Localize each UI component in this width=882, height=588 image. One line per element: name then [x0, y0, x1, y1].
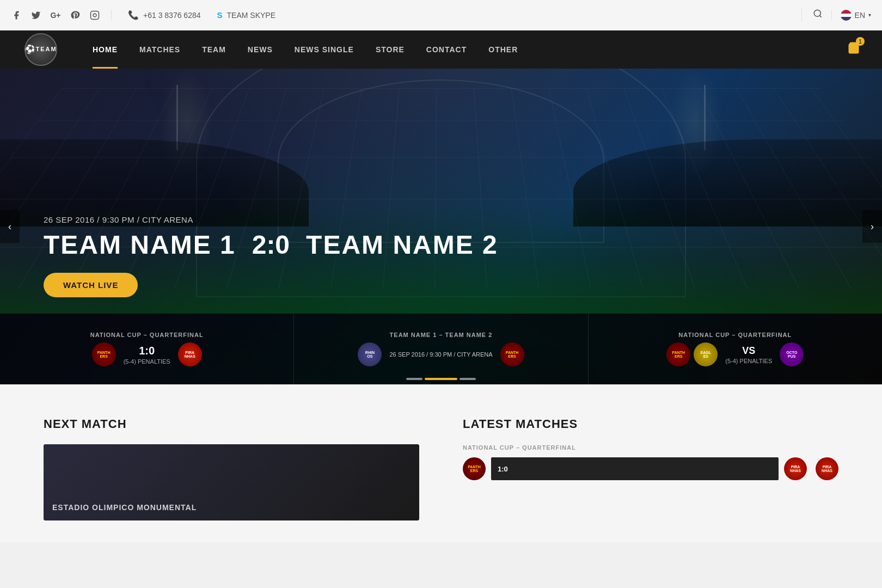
cart-button[interactable]: 1	[847, 41, 860, 58]
phone-number: +61 3 8376 6284	[143, 11, 201, 20]
hero-score-number: 2:0	[252, 230, 290, 260]
nav-other[interactable]: OTHER	[477, 30, 529, 69]
ticker-label-2: TEAM NAME 1 – TEAM NAME 2	[390, 332, 493, 338]
latest-cup-label: NATIONAL CUP – QUARTERFINAL	[463, 444, 838, 451]
top-bar: G+ 📞 +61 3 8376 6284 S TEAM SKYPE EN ▾	[0, 0, 882, 30]
chevron-down-icon: ▾	[868, 12, 871, 18]
logo-image: ⚽ TEAM	[24, 33, 57, 66]
ticker-team1-logo-2: RHINOS	[358, 342, 382, 366]
latest-team3-logo: PIRANHAS	[816, 457, 838, 480]
slider-next-button[interactable]: ›	[862, 210, 882, 243]
nav-matches[interactable]: MATCHES	[128, 30, 191, 69]
nav-home[interactable]: HOME	[82, 30, 128, 69]
ticker-sub-1: (5-4) PENALTIES	[124, 358, 170, 365]
bottom-sections: NEXT MATCH ESTADIO OLIMPICO MONUMENTAL L…	[0, 384, 882, 542]
ticker-vs-3: VS	[725, 345, 772, 357]
flag-icon	[841, 10, 852, 21]
slider-prev-button[interactable]: ‹	[0, 210, 20, 243]
ticker-score-1: 1:0	[124, 345, 170, 357]
hero-score-row: TEAM NAME 1 2:0 TEAM NAME 2	[44, 230, 498, 260]
svg-line-3	[819, 15, 821, 17]
search-button[interactable]	[813, 9, 823, 21]
google-icon[interactable]: G+	[50, 10, 61, 21]
ticker-team3-logo-3: OCTOPUS	[780, 342, 804, 366]
ticker-item-2[interactable]: TEAM NAME 1 – TEAM NAME 2 RHINOS 26 SEP …	[294, 314, 588, 384]
top-bar-right: EN ▾	[801, 9, 871, 21]
ticker-team2-logo-3: EAGLES	[694, 342, 718, 366]
nav-news[interactable]: NEWS	[237, 30, 284, 69]
dot-1	[406, 378, 422, 380]
watch-live-button[interactable]: WATCH LIVE	[44, 273, 138, 297]
skype-name: TEAM SKYPE	[227, 11, 275, 20]
dot-2-active	[425, 378, 457, 380]
contact-info: 📞 +61 3 8376 6284 S TEAM SKYPE	[112, 10, 801, 20]
ticker-sub-3: (5-4) PENALTIES	[725, 358, 772, 364]
ticker-teams-3: PANTHERS EAGLES VS (5-4) PENALTIES OCTOP…	[666, 342, 804, 366]
dot-3	[460, 378, 476, 380]
hero-content: 26 SEP 2016 / 9:30 PM / CITY ARENA TEAM …	[44, 215, 498, 297]
latest-team2-logo: PIRANHAS	[784, 457, 807, 480]
ticker-team1-logo-3: PANTHERS	[666, 342, 690, 366]
latest-matches-section: LATEST MATCHES NATIONAL CUP – QUARTERFIN…	[463, 417, 838, 520]
ticker-label-3: NATIONAL CUP – QUARTERFINAL	[678, 332, 792, 338]
nav-store[interactable]: STORE	[365, 30, 415, 69]
ticker-teams-2: RHINOS 26 SEP 2016 / 9:30 PM / CITY AREN…	[358, 342, 524, 366]
svg-point-2	[814, 10, 820, 16]
nav-links: HOME MATCHES TEAM NEWS NEWS SINGLE STORE…	[82, 30, 842, 69]
latest-team1-logo: PANTHERS	[463, 457, 486, 480]
hero-team2: TEAM NAME 2	[306, 230, 498, 260]
ticker-item-3[interactable]: NATIONAL CUP – QUARTERFINAL PANTHERS EAG…	[589, 314, 882, 384]
next-match-title: NEXT MATCH	[44, 417, 419, 431]
hero-team1: TEAM NAME 1	[44, 230, 236, 260]
ticker-label-1: NATIONAL CUP – QUARTERFINAL	[90, 332, 204, 338]
twitter-icon[interactable]	[30, 10, 41, 21]
ticker-team2-logo-2: PANTHERS	[500, 342, 524, 366]
latest-match-row-1: PANTHERS 1:0 PIRANHAS PIRANHAS	[463, 457, 838, 480]
next-match-venue: ESTADIO OLIMPICO MONUMENTAL	[44, 494, 205, 520]
site-logo[interactable]: ⚽ TEAM	[22, 30, 60, 69]
pinterest-icon[interactable]	[70, 10, 81, 21]
next-match-card[interactable]: ESTADIO OLIMPICO MONUMENTAL	[44, 444, 419, 520]
language-selector[interactable]: EN ▾	[831, 10, 871, 21]
phone-info: 📞 +61 3 8376 6284	[128, 10, 201, 20]
ticker-team2-logo-1: PIRANHAS	[178, 342, 202, 366]
nav-contact[interactable]: CONTACT	[415, 30, 477, 69]
social-links: G+	[11, 10, 112, 21]
main-navigation: ⚽ TEAM HOME MATCHES TEAM NEWS NEWS SINGL…	[0, 30, 882, 69]
ticker-info-2: 26 SEP 2016 / 9:30 PM / CITY ARENA	[389, 350, 492, 359]
next-match-section: NEXT MATCH ESTADIO OLIMPICO MONUMENTAL	[44, 417, 419, 520]
hero-date: 26 SEP 2016 / 9:30 PM / CITY ARENA	[44, 215, 498, 224]
ticker-item-1[interactable]: NATIONAL CUP – QUARTERFINAL PANTHERS 1:0…	[0, 314, 294, 384]
nav-team[interactable]: TEAM	[191, 30, 237, 69]
nav-news-single[interactable]: NEWS SINGLE	[284, 30, 365, 69]
ticker-teams-1: PANTHERS 1:0 (5-4) PENALTIES PIRANHAS	[92, 342, 202, 366]
language-label: EN	[855, 11, 865, 20]
facebook-icon[interactable]	[11, 10, 22, 21]
match-ticker: NATIONAL CUP – QUARTERFINAL PANTHERS 1:0…	[0, 314, 882, 384]
ticker-team1-logo-1: PANTHERS	[92, 342, 116, 366]
cart-badge: 1	[856, 37, 865, 46]
skype-info: S TEAM SKYPE	[217, 10, 275, 20]
skype-icon: S	[217, 10, 223, 20]
ticker-dots	[406, 378, 476, 380]
instagram-icon[interactable]	[89, 10, 100, 21]
phone-icon: 📞	[128, 10, 139, 20]
latest-matches-title: LATEST MATCHES	[463, 417, 838, 431]
hero-slider: 26 SEP 2016 / 9:30 PM / CITY ARENA TEAM …	[0, 69, 882, 384]
svg-rect-0	[91, 11, 99, 19]
